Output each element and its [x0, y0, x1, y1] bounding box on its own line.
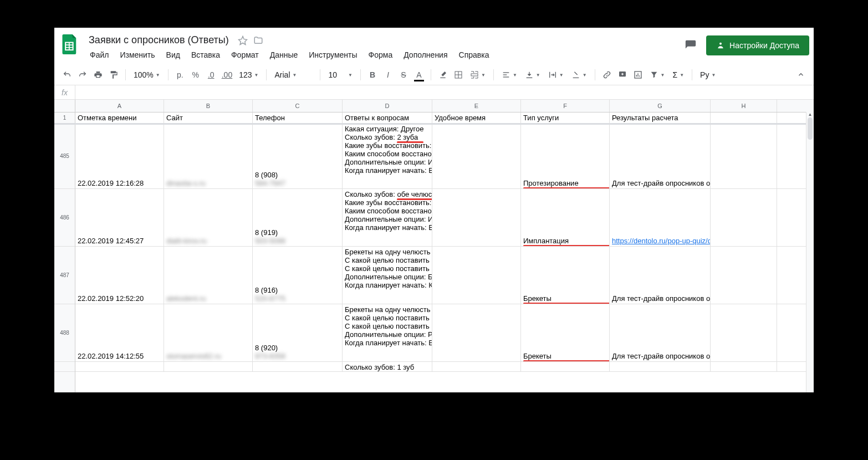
cell-B[interactable]: stomaservis62.ru: [164, 304, 253, 361]
menu-item-2[interactable]: Вид: [162, 48, 185, 62]
cell-F[interactable]: Брекеты: [521, 247, 610, 304]
insert-link-button[interactable]: [600, 67, 614, 83]
menu-item-5[interactable]: Данные: [265, 48, 303, 62]
cell-B[interactable]: dialit-kirov.ru: [164, 189, 253, 246]
cell-G[interactable]: Для тест-драйв опросников онлайн-расчет …: [610, 124, 711, 188]
sheets-logo[interactable]: [59, 33, 81, 55]
cell-E[interactable]: [432, 247, 521, 304]
star-icon[interactable]: [238, 35, 248, 45]
cell-C[interactable]: [253, 362, 343, 371]
collapse-toolbar-button[interactable]: [794, 67, 808, 83]
cell-F[interactable]: [521, 362, 610, 371]
menu-item-3[interactable]: Вставка: [187, 48, 224, 62]
redo-button[interactable]: [75, 67, 90, 83]
menu-item-8[interactable]: Дополнения: [399, 48, 452, 62]
cell-C[interactable]: 8 (920) 973-8358: [253, 304, 343, 361]
header-cell-F[interactable]: Тип услуги: [521, 113, 610, 123]
header-cell-B[interactable]: Сайт: [164, 113, 253, 123]
bold-button[interactable]: B: [365, 67, 380, 83]
cell-G[interactable]: Для тест-драйв опросников онлайн-расчет …: [610, 304, 711, 361]
cell-H[interactable]: [711, 189, 777, 246]
select-all-cell[interactable]: [54, 100, 75, 112]
cell-H[interactable]: [711, 362, 777, 371]
col-header-D[interactable]: D: [343, 100, 432, 112]
header-cell-D[interactable]: Ответы к вопросам: [343, 113, 432, 123]
row-header[interactable]: [54, 362, 75, 372]
header-cell-E[interactable]: Удобное время: [432, 113, 521, 123]
col-header-F[interactable]: F: [521, 100, 610, 112]
col-header-H[interactable]: H: [711, 100, 777, 112]
move-to-folder-icon[interactable]: [253, 35, 263, 45]
cell-A[interactable]: 22.02.2019 12:52:20: [75, 247, 164, 304]
cell-D[interactable]: Сколько зубов: 1 зуб: [343, 362, 432, 371]
header-cell-G[interactable]: Результаты расчета: [610, 113, 711, 123]
horizontal-align-dropdown[interactable]: ▼: [498, 70, 520, 79]
comments-icon[interactable]: [683, 38, 698, 53]
cell-E[interactable]: [432, 304, 521, 361]
cell-A[interactable]: 22.02.2019 14:12:55: [75, 304, 164, 361]
cell-A[interactable]: 22.02.2019 12:45:27: [75, 189, 164, 246]
decrease-decimal-button[interactable]: .0: [204, 67, 218, 83]
menu-item-0[interactable]: Файл: [85, 48, 113, 62]
merge-cells-dropdown[interactable]: ▼: [467, 70, 489, 79]
zoom-dropdown[interactable]: 100%▼: [130, 70, 164, 79]
cell-H[interactable]: [711, 124, 777, 188]
row-header[interactable]: 487: [54, 247, 75, 304]
cell-B[interactable]: [164, 362, 253, 371]
cell-E[interactable]: [432, 189, 521, 246]
col-header-A[interactable]: A: [75, 100, 164, 112]
currency-format-button[interactable]: р.: [173, 67, 187, 83]
filter-dropdown[interactable]: ▼: [646, 70, 668, 79]
cell-C[interactable]: 8 (908) 584-7947: [253, 124, 343, 188]
fill-color-button[interactable]: [436, 67, 450, 83]
scrollbar-thumb[interactable]: [808, 117, 813, 140]
cell-G[interactable]: Для тест-драйв опросников онлайн-расчет …: [610, 247, 711, 304]
col-header-B[interactable]: B: [164, 100, 253, 112]
menu-item-9[interactable]: Справка: [455, 48, 494, 62]
vertical-align-dropdown[interactable]: ▼: [522, 70, 544, 79]
row-header[interactable]: 485: [54, 124, 75, 189]
text-rotation-dropdown[interactable]: ▼: [568, 70, 590, 79]
header-cell-H[interactable]: [711, 113, 777, 123]
cell-E[interactable]: [432, 362, 521, 371]
header-cell-A[interactable]: Отметка времени: [75, 113, 164, 123]
cell-A[interactable]: [75, 362, 164, 371]
cell-G[interactable]: https://dentolo.ru/pop-up-quiz/dielit-ki…: [610, 189, 711, 246]
cell-D[interactable]: Брекеты на одну челюсть или на обе: На о…: [343, 247, 432, 304]
more-formats-dropdown[interactable]: 123▼: [236, 70, 262, 79]
result-link[interactable]: https://dentolo.ru/pop-up-quiz/dielit-ki…: [612, 237, 708, 245]
col-header-C[interactable]: C: [253, 100, 343, 112]
percent-format-button[interactable]: %: [188, 67, 203, 83]
menu-item-4[interactable]: Формат: [227, 48, 263, 62]
cell-C[interactable]: 8 (916) 520-8775: [253, 247, 343, 304]
undo-button[interactable]: [60, 67, 74, 83]
row-header[interactable]: 488: [54, 304, 75, 362]
cell-D[interactable]: Брекеты на одну челюсть или на обе: На о…: [343, 304, 432, 361]
font-dropdown[interactable]: Arial▼: [271, 70, 315, 79]
cell-A[interactable]: 22.02.2019 12:16:28: [75, 124, 164, 188]
text-wrap-dropdown[interactable]: ▼: [545, 70, 567, 79]
cell-B[interactable]: alekodent.ru: [164, 247, 253, 304]
insert-comment-button[interactable]: [615, 67, 630, 83]
col-header-E[interactable]: E: [432, 100, 521, 112]
menu-item-6[interactable]: Инструменты: [304, 48, 361, 62]
vertical-scrollbar[interactable]: ▲: [806, 112, 814, 392]
cell-F[interactable]: Протезирование: [521, 124, 610, 188]
cell-E[interactable]: [432, 124, 521, 188]
borders-button[interactable]: [451, 67, 466, 83]
header-cell-C[interactable]: Телефон: [253, 113, 343, 123]
paint-format-button[interactable]: [106, 67, 121, 83]
functions-dropdown[interactable]: Σ▼: [670, 70, 688, 79]
menu-item-7[interactable]: Форма: [364, 48, 397, 62]
share-button[interactable]: Настройки Доступа: [706, 35, 809, 55]
row-header[interactable]: 486: [54, 189, 75, 247]
cell-D[interactable]: Какая ситуация: ДругоеСколько зубов: 2 з…: [343, 124, 432, 188]
menu-item-1[interactable]: Изменить: [115, 48, 159, 62]
document-title[interactable]: Заявки с опросников (Ответы): [85, 33, 232, 47]
font-size-dropdown[interactable]: 10▼: [325, 70, 356, 79]
cell-H[interactable]: [711, 247, 777, 304]
cell-F[interactable]: Брекеты: [521, 304, 610, 361]
cell-F[interactable]: Имплантация: [521, 189, 610, 246]
input-tools-dropdown[interactable]: Ру▼: [697, 70, 719, 79]
col-header-G[interactable]: G: [610, 100, 711, 112]
